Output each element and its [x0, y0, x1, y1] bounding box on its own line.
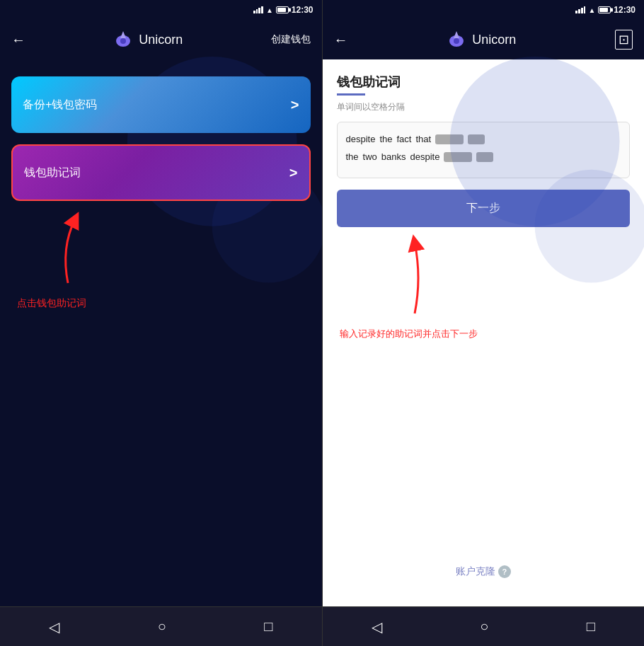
blurred-word-2	[468, 134, 485, 144]
unicorn-logo-left	[113, 30, 133, 50]
left-annotation: 点击钱包助记词	[17, 297, 86, 310]
svg-point-10	[454, 38, 459, 44]
right-signal-icon	[575, 6, 585, 13]
blurred-word-4	[476, 152, 493, 162]
svg-marker-9	[454, 31, 459, 38]
right-arrow-annotation	[379, 229, 450, 321]
left-app-header: ← Unicorn 创建钱包	[0, 20, 322, 59]
right-annotation: 输入记录好的助记词并点击下一步	[340, 328, 478, 340]
blurred-word-1	[435, 134, 464, 144]
mnemonic-card[interactable]: 钱包助记词 >	[11, 144, 311, 201]
left-back-button[interactable]: ←	[11, 32, 25, 48]
left-nav-home[interactable]: ○	[144, 616, 180, 638]
left-time: 12:30	[292, 5, 314, 15]
right-status-bar: ▲ 12:30	[323, 0, 645, 20]
unicorn-logo-right	[447, 30, 466, 50]
right-app-header: ← Unicorn ⊡	[323, 20, 645, 59]
form-title: 钱包助记词	[337, 74, 631, 91]
backup-card[interactable]: 备份+钱包密码 >	[11, 76, 311, 133]
left-header-title: Unicorn	[113, 30, 183, 50]
mnemonic-card-arrow: >	[289, 165, 298, 181]
left-status-bar: ▲ 12:30	[0, 0, 322, 20]
left-menu-area: 备份+钱包密码 > 钱包助记词 > 点击钱包助	[0, 59, 322, 606]
mnemonic-line-1: despite the fact that	[346, 131, 485, 147]
right-back-button[interactable]: ←	[334, 32, 348, 48]
right-time: 12:30	[614, 5, 636, 15]
right-nav-home[interactable]: ○	[466, 616, 502, 638]
backup-card-label: 备份+钱包密码	[23, 98, 97, 113]
right-bottom-nav: ◁ ○ □	[323, 606, 645, 646]
signal-icon	[253, 6, 263, 13]
left-nav-back[interactable]: ◁	[35, 616, 74, 638]
wifi-icon: ▲	[266, 6, 273, 14]
backup-card-arrow: >	[291, 97, 299, 113]
right-header-icon[interactable]: ⊡	[615, 30, 633, 50]
clone-label: 账户克隆	[456, 565, 495, 578]
right-nav-recent[interactable]: □	[573, 616, 609, 638]
left-app-name: Unicorn	[139, 33, 183, 47]
svg-marker-3	[120, 31, 126, 38]
left-nav-recent[interactable]: □	[250, 616, 287, 638]
right-app-name: Unicorn	[472, 33, 516, 47]
left-header-action[interactable]: 创建钱包	[271, 33, 311, 46]
left-arrow-annotation	[40, 205, 96, 290]
right-battery-icon	[598, 6, 611, 13]
clone-link[interactable]: 账户克隆 ?	[456, 565, 511, 578]
svg-point-4	[120, 38, 126, 44]
form-area: 钱包助记词 单词间以空格分隔 despite the fact that the	[323, 59, 645, 606]
form-bottom: 账户克隆 ?	[337, 363, 631, 592]
right-phone: ▲ 12:30 ← Unicorn ⊡ 钱包助记词 单	[323, 0, 645, 646]
right-header-title: Unicorn	[447, 30, 516, 50]
form-underline	[337, 93, 365, 96]
battery-icon	[276, 6, 289, 13]
left-phone: ▲ 12:30 ← Unicorn 创建钱包 备份+钱包	[0, 0, 323, 646]
left-bottom-nav: ◁ ○ □	[0, 606, 322, 646]
next-button[interactable]: 下一步	[337, 190, 631, 227]
blurred-word-3	[444, 152, 472, 162]
help-icon[interactable]: ?	[498, 565, 511, 578]
mnemonic-card-label: 钱包助记词	[24, 166, 81, 180]
form-subtitle: 单词间以空格分隔	[337, 101, 631, 113]
mnemonic-line-2: the two banks despite	[346, 149, 494, 165]
mnemonic-input-area[interactable]: despite the fact that the two banks desp…	[337, 122, 631, 178]
right-nav-back[interactable]: ◁	[357, 616, 396, 638]
right-wifi-icon: ▲	[588, 6, 595, 14]
